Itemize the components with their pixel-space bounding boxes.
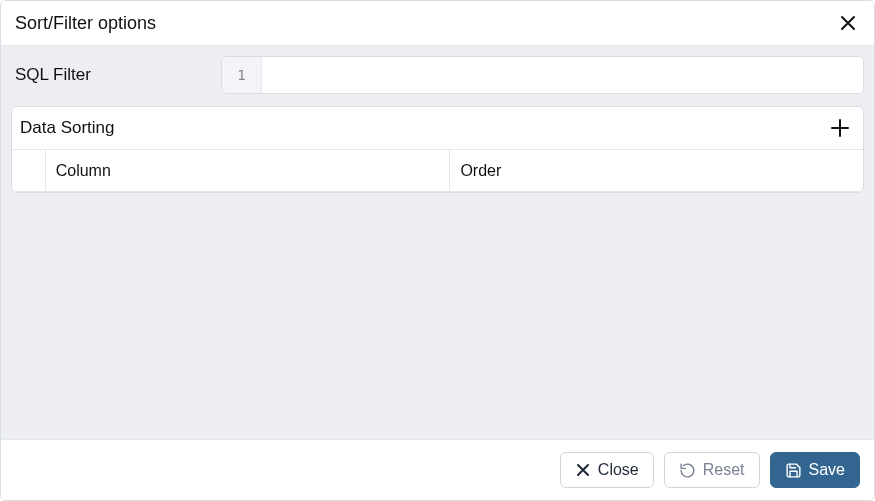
- data-sorting-header: Data Sorting: [12, 107, 863, 150]
- dialog-title: Sort/Filter options: [15, 13, 156, 34]
- sort-filter-dialog: Sort/Filter options SQL Filter 1 Data So…: [0, 0, 875, 501]
- reset-icon: [679, 462, 696, 479]
- sorting-table-header-tail: [855, 150, 863, 192]
- reset-button-label: Reset: [703, 461, 745, 479]
- close-button[interactable]: Close: [560, 452, 654, 488]
- data-sorting-panel: Data Sorting Column Order: [11, 106, 864, 193]
- save-icon: [785, 462, 802, 479]
- sql-filter-row: SQL Filter 1: [11, 56, 864, 94]
- sql-filter-input[interactable]: [262, 57, 863, 93]
- reset-button[interactable]: Reset: [664, 452, 760, 488]
- close-icon: [575, 462, 591, 478]
- sorting-table-handle-header: [12, 150, 46, 192]
- close-button-label: Close: [598, 461, 639, 479]
- dialog-header: Sort/Filter options: [1, 1, 874, 45]
- save-button[interactable]: Save: [770, 452, 860, 488]
- sql-filter-label: SQL Filter: [11, 65, 221, 85]
- sorting-table-header-order: Order: [450, 150, 855, 192]
- sorting-table-header-row: Column Order: [12, 150, 863, 192]
- data-sorting-title: Data Sorting: [20, 118, 115, 138]
- close-icon: [839, 14, 857, 32]
- plus-icon: [830, 118, 850, 138]
- sorting-table-header-column: Column: [46, 150, 451, 192]
- dialog-body: SQL Filter 1 Data Sorting Column Order: [1, 45, 874, 439]
- sql-filter-editor: 1: [221, 56, 864, 94]
- dialog-close-button[interactable]: [836, 11, 860, 35]
- sql-filter-gutter: 1: [222, 57, 262, 93]
- dialog-footer: Close Reset Save: [1, 439, 874, 500]
- save-button-label: Save: [809, 461, 845, 479]
- add-sort-row-button[interactable]: [827, 115, 853, 141]
